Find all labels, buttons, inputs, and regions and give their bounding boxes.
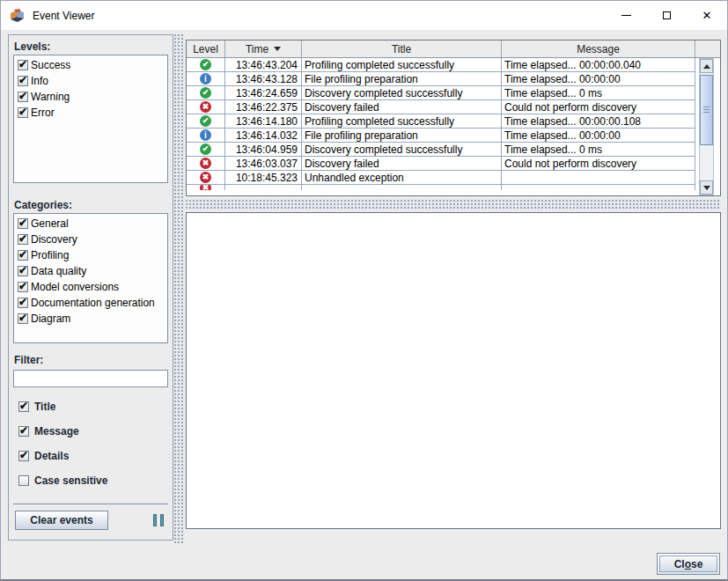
checkbox-icon[interactable]	[18, 92, 28, 102]
checkbox-label: Discovery	[31, 233, 77, 246]
checkbox-icon[interactable]	[18, 60, 28, 70]
scrollbar-thumb[interactable]	[700, 75, 713, 145]
checkbox-item-data-quality[interactable]: Data quality	[15, 263, 166, 279]
table-row[interactable]: 13:46:04.959Discovery completed successf…	[187, 143, 695, 157]
sidebar-separator	[13, 504, 168, 504]
checkbox-icon[interactable]	[18, 426, 29, 437]
vertical-split-divider[interactable]	[174, 34, 185, 545]
cell-time: 10:18:45.323	[225, 171, 302, 184]
table-row[interactable]: 13:46:43.128File profiling preparationTi…	[187, 72, 695, 86]
cell-level	[187, 86, 225, 99]
checkbox-icon[interactable]	[18, 107, 28, 118]
checkbox-icon[interactable]	[18, 234, 28, 245]
column-header-level[interactable]: Level	[187, 40, 225, 57]
success-icon	[200, 59, 211, 70]
info-icon	[200, 73, 211, 85]
checkbox-icon[interactable]	[18, 451, 29, 461]
filter-input[interactable]	[13, 370, 168, 387]
checkbox-item-error[interactable]: Error	[15, 105, 166, 121]
checkbox-item-message[interactable]: Message	[16, 419, 171, 444]
cell-title: Discovery completed successfully	[302, 143, 502, 156]
success-icon	[200, 143, 211, 155]
checkbox-icon[interactable]	[18, 475, 29, 486]
pause-icon[interactable]	[153, 514, 164, 526]
checkbox-icon[interactable]	[18, 298, 28, 308]
event-viewer-window: Event Viewer ✕ Levels: SuccessInfoWarnin…	[0, 0, 728, 581]
error-icon	[200, 172, 211, 183]
checkbox-icon[interactable]	[18, 266, 28, 276]
categories-label: Categories:	[14, 199, 72, 211]
cell-level	[187, 185, 225, 190]
checkbox-label: Diagram	[31, 313, 70, 325]
column-header-title[interactable]: Title	[302, 40, 502, 57]
close-button[interactable]: Close	[657, 553, 720, 575]
categories-list[interactable]: GeneralDiscoveryProfilingData qualityMod…	[13, 213, 168, 343]
checkbox-label: General	[31, 217, 69, 230]
cell-level	[187, 100, 225, 114]
cell-message: Time elapsed... 00:00:00.040	[502, 58, 695, 71]
checkbox-item-documentation-generation[interactable]: Documentation generation	[15, 295, 166, 311]
checkbox-label: Success	[31, 59, 70, 71]
table-row-partial[interactable]	[187, 185, 695, 190]
checkbox-icon[interactable]	[18, 76, 28, 86]
cell-time: 13:46:03.037	[225, 157, 302, 170]
horizontal-split-divider[interactable]	[186, 200, 721, 210]
checkbox-label: Error	[31, 107, 55, 119]
table-row[interactable]: 10:18:45.323Unhandled exception	[187, 171, 695, 185]
checkbox-label: Warning	[31, 91, 70, 103]
checkbox-icon[interactable]	[18, 401, 29, 412]
cell-time	[225, 185, 302, 190]
maximize-button[interactable]	[646, 1, 687, 30]
clear-events-button[interactable]: Clear events	[15, 511, 108, 530]
cell-message: Time elapsed... 0 ms	[502, 143, 695, 156]
checkbox-item-diagram[interactable]: Diagram	[15, 311, 166, 327]
minimize-button[interactable]	[606, 1, 646, 30]
checkbox-item-title[interactable]: Title	[16, 394, 171, 419]
cell-level	[187, 129, 225, 142]
scroll-down-button[interactable]	[700, 180, 713, 195]
filter-options: TitleMessageDetailsCase sensitive	[16, 394, 171, 493]
table-row[interactable]: 13:46:22.375Discovery failedCould not pe…	[187, 100, 695, 114]
event-table-header: Level Time Title Message	[187, 40, 720, 58]
scroll-up-button[interactable]	[700, 59, 713, 73]
checkbox-icon[interactable]	[18, 250, 28, 261]
event-table-body: 13:46:43.204Profiling completed successf…	[187, 58, 695, 190]
checkbox-icon[interactable]	[18, 313, 28, 324]
checkbox-item-model-conversions[interactable]: Model conversions	[15, 279, 166, 295]
table-row[interactable]: 13:46:24.659Discovery completed successf…	[187, 86, 695, 100]
minimize-icon	[621, 15, 631, 16]
checkbox-item-case-sensitive[interactable]: Case sensitive	[16, 468, 171, 493]
checkbox-item-profiling[interactable]: Profiling	[15, 247, 166, 263]
table-row[interactable]: 13:46:14.180Profiling completed successf…	[187, 114, 695, 129]
titlebar[interactable]: Event Viewer ✕	[1, 1, 727, 30]
column-header-time[interactable]: Time	[225, 40, 302, 57]
cell-level	[187, 72, 225, 85]
cell-title: Profiling completed successfully	[302, 114, 502, 128]
checkbox-item-general[interactable]: General	[15, 216, 166, 232]
checkbox-icon[interactable]	[18, 282, 28, 292]
checkbox-item-info[interactable]: Info	[15, 73, 166, 89]
column-header-message[interactable]: Message	[502, 40, 695, 57]
checkbox-icon[interactable]	[18, 218, 28, 229]
table-row[interactable]: 13:46:43.204Profiling completed successf…	[187, 58, 695, 72]
table-row[interactable]: 13:46:14.032File profiling preparationTi…	[187, 129, 695, 143]
window-close-button[interactable]: ✕	[687, 1, 727, 30]
levels-list[interactable]: SuccessInfoWarningError	[13, 55, 168, 183]
checkbox-item-discovery[interactable]: Discovery	[15, 232, 166, 247]
cell-message: Could not perform discovery	[502, 157, 695, 170]
event-details-panel[interactable]	[186, 212, 721, 529]
cell-time: 13:46:14.180	[225, 114, 302, 128]
filter-label: Filter:	[14, 354, 43, 366]
checkbox-item-details[interactable]: Details	[16, 444, 171, 468]
cell-title: File profiling preparation	[302, 129, 502, 142]
cell-level	[187, 157, 225, 170]
table-vertical-scrollbar[interactable]	[699, 58, 714, 195]
checkbox-label: Data quality	[31, 265, 86, 277]
maximize-icon	[663, 11, 671, 19]
cell-title: Unhandled exception	[302, 171, 502, 184]
checkbox-item-warning[interactable]: Warning	[15, 89, 166, 105]
checkbox-item-success[interactable]: Success	[15, 57, 166, 73]
cell-message: Time elapsed... 00:00:00.108	[502, 114, 695, 128]
checkbox-label: Info	[31, 75, 48, 87]
table-row[interactable]: 13:46:03.037Discovery failedCould not pe…	[187, 157, 695, 171]
